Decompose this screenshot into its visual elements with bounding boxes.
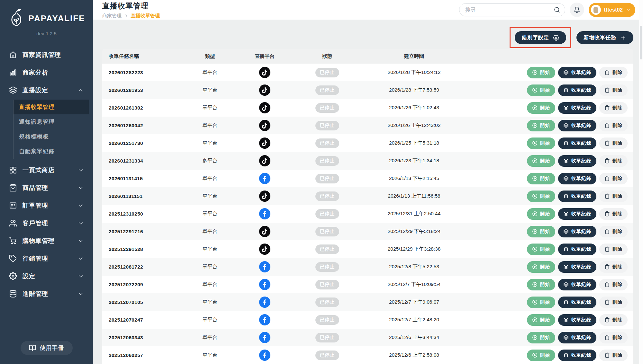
task-name: 202512072105 (102, 299, 183, 305)
task-created-time: 2026/1/25 下午5:31:18 (363, 140, 466, 146)
records-button[interactable]: 收單紀錄 (558, 261, 596, 273)
column-task-name: 收單任務名稱 (102, 53, 183, 60)
sidebar-subitem-spec-label-template[interactable]: 規格標模板 (14, 129, 89, 144)
start-button[interactable]: 開始 (527, 332, 555, 343)
records-button[interactable]: 收單紀錄 (558, 84, 596, 96)
user-manual-button[interactable]: 使用手冊 (21, 341, 73, 355)
start-button[interactable]: 開始 (527, 84, 555, 96)
delete-button[interactable]: 刪除 (599, 314, 628, 326)
sidebar-item-advanced-management[interactable]: 進階管理 (0, 285, 93, 303)
user-menu-button[interactable]: tttest02 (589, 3, 635, 17)
sidebar-item-customer-management[interactable]: 客戶管理 (0, 214, 93, 232)
sidebar-item-label: 商品管理 (23, 184, 77, 192)
chevron-right-icon (124, 14, 128, 18)
sidebar-item-order-management[interactable]: 訂單管理 (0, 197, 93, 214)
start-button[interactable]: 開始 (527, 261, 555, 273)
delete-button[interactable]: 刪除 (599, 120, 628, 131)
play-circle-icon (532, 352, 538, 358)
records-button[interactable]: 收單紀錄 (558, 244, 596, 255)
stack-icon (563, 317, 569, 323)
start-button[interactable]: 開始 (527, 244, 555, 255)
breadcrumb-parent[interactable]: 商家管理 (102, 13, 122, 19)
start-button[interactable]: 開始 (527, 120, 555, 131)
delete-button[interactable]: 刪除 (599, 173, 628, 184)
sidebar-item-product-management[interactable]: 商品管理 (0, 179, 93, 197)
delete-button[interactable]: 刪除 (599, 226, 628, 237)
sidebar-subitem-notification-message-management[interactable]: 通知訊息管理 (14, 114, 89, 129)
notifications-button[interactable] (570, 3, 584, 17)
delete-button[interactable]: 刪除 (599, 332, 628, 343)
sidebar-item-merchant-analytics[interactable]: 商家分析 (0, 64, 93, 81)
search-icon[interactable] (554, 6, 560, 13)
start-button[interactable]: 開始 (527, 173, 555, 184)
records-button[interactable]: 收單紀錄 (558, 120, 596, 131)
delete-button[interactable]: 刪除 (599, 279, 628, 290)
sidebar-subitem-live-order-management[interactable]: 直播收單管理 (14, 100, 89, 114)
sidebar-item-label: 一頁式商店 (23, 166, 77, 174)
stack-icon (563, 282, 569, 287)
delete-button[interactable]: 刪除 (599, 297, 628, 308)
delete-button[interactable]: 刪除 (599, 102, 628, 114)
records-label: 收單紀錄 (571, 264, 591, 270)
facebook-icon (259, 314, 270, 325)
start-button[interactable]: 開始 (527, 67, 555, 78)
stack-icon (563, 299, 569, 305)
start-label: 開始 (540, 264, 550, 270)
scrollbar[interactable] (639, 0, 643, 364)
sidebar-item-one-page-store[interactable]: 一頁式商店 (0, 161, 93, 179)
start-button[interactable]: 開始 (527, 102, 555, 114)
sidebar-item-cart-management[interactable]: 購物車管理 (0, 232, 93, 250)
delete-button[interactable]: 刪除 (599, 138, 628, 149)
delete-button[interactable]: 刪除 (599, 350, 628, 361)
start-button[interactable]: 開始 (527, 350, 555, 361)
start-button[interactable]: 開始 (527, 208, 555, 220)
records-button[interactable]: 收單紀錄 (558, 208, 596, 220)
delete-button[interactable]: 刪除 (599, 208, 628, 220)
records-button[interactable]: 收單紀錄 (558, 138, 596, 149)
sidebar-item-settings[interactable]: 設定 (0, 267, 93, 285)
sidebar-item-live-settings[interactable]: 直播設定 (0, 81, 93, 99)
start-button[interactable]: 開始 (527, 297, 555, 308)
start-button[interactable]: 開始 (527, 191, 555, 202)
records-button[interactable]: 收單紀錄 (558, 332, 596, 343)
start-button[interactable]: 開始 (527, 314, 555, 326)
delete-label: 刪除 (612, 158, 622, 164)
records-button[interactable]: 收單紀錄 (558, 155, 596, 167)
table-row: 202512291716單平台已停止2025/12/29 下午5:18:24開始… (102, 223, 633, 240)
start-button[interactable]: 開始 (527, 226, 555, 237)
task-name: 202601281953 (102, 87, 183, 93)
typo-settings-button[interactable]: 錯別字設定 (515, 31, 566, 44)
task-created-time: 2025/12/31 上午2:50:44 (363, 210, 466, 217)
sidebar-item-marketing-management[interactable]: 行銷管理 (0, 250, 93, 267)
delete-button[interactable]: 刪除 (599, 261, 628, 273)
trash-icon (604, 193, 610, 199)
search-input[interactable] (459, 3, 565, 16)
records-button[interactable]: 收單紀錄 (558, 314, 596, 326)
table-row: 202512291528單平台已停止2025/12/29 下午3:28:38開始… (102, 240, 633, 258)
task-name: 202601260042 (102, 123, 183, 129)
records-button[interactable]: 收單紀錄 (558, 173, 596, 184)
status-badge: 已停止 (315, 351, 340, 360)
records-button[interactable]: 收單紀錄 (558, 279, 596, 290)
sidebar-subitem-auto-abandoned-order-record[interactable]: 自動棄單紀錄 (14, 144, 89, 159)
play-circle-icon (532, 87, 538, 93)
delete-button[interactable]: 刪除 (599, 244, 628, 255)
delete-button[interactable]: 刪除 (599, 67, 628, 78)
records-button[interactable]: 收單紀錄 (558, 226, 596, 237)
trash-icon (604, 317, 610, 323)
start-button[interactable]: 開始 (527, 155, 555, 167)
records-button[interactable]: 收單紀錄 (558, 350, 596, 361)
records-button[interactable]: 收單紀錄 (558, 67, 596, 78)
start-button[interactable]: 開始 (527, 279, 555, 290)
records-button[interactable]: 收單紀錄 (558, 102, 596, 114)
records-button[interactable]: 收單紀錄 (558, 191, 596, 202)
scrollbar-thumb[interactable] (640, 26, 642, 59)
delete-button[interactable]: 刪除 (599, 84, 628, 96)
records-button[interactable]: 收單紀錄 (558, 297, 596, 308)
sidebar-item-label: 客戶管理 (23, 219, 77, 227)
delete-button[interactable]: 刪除 (599, 155, 628, 167)
sidebar-item-merchant-info[interactable]: 商家資訊管理 (0, 46, 93, 64)
start-button[interactable]: 開始 (527, 138, 555, 149)
delete-button[interactable]: 刪除 (599, 191, 628, 202)
add-task-button[interactable]: 新增收單任務 (576, 31, 633, 44)
